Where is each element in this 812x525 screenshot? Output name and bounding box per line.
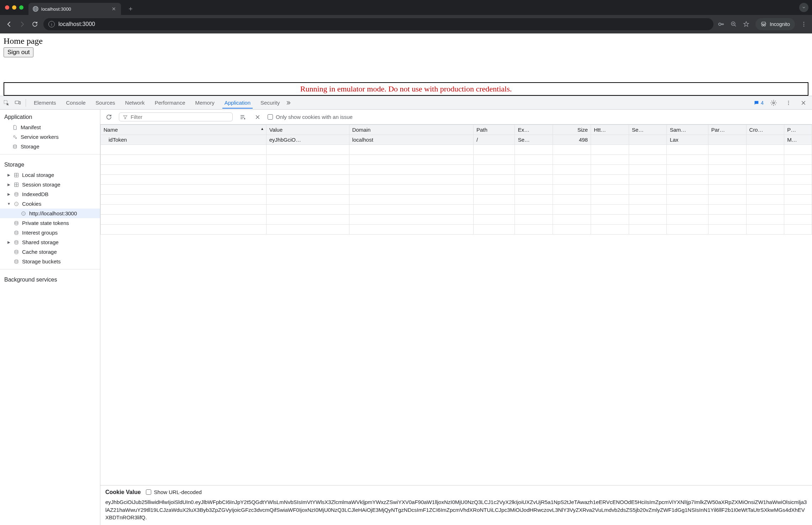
clear-filtered-icon[interactable] <box>238 112 248 122</box>
filter-input[interactable] <box>131 114 229 120</box>
cookie-value-text[interactable]: eyJhbGciOiJub25lliwidHlwIjoiSldUIn0.eyJl… <box>105 498 807 521</box>
reload-button[interactable] <box>31 20 39 28</box>
devtools-tab-elements[interactable]: Elements <box>32 97 58 109</box>
svg-point-24 <box>16 204 16 205</box>
cookie-row-empty[interactable] <box>101 145 812 155</box>
incognito-badge[interactable]: Incognito <box>755 18 795 30</box>
column-header[interactable]: Htt… <box>591 125 629 135</box>
titlebar: localhost:3000 ✕ ＋ <box>0 0 812 15</box>
site-info-icon[interactable]: i <box>48 21 55 27</box>
url-decode-toggle[interactable]: Show URL-decoded <box>146 489 202 495</box>
svg-point-3 <box>762 25 764 26</box>
devtools-close-icon[interactable] <box>798 98 808 108</box>
cookie-row-empty[interactable] <box>101 195 812 205</box>
tabs-menu-button[interactable] <box>799 3 808 12</box>
bookmark-star-icon[interactable] <box>743 21 750 28</box>
column-header[interactable]: Se… <box>629 125 667 135</box>
sidebar-item-interest-groups[interactable]: Interest groups <box>0 228 100 237</box>
minimize-window-button[interactable] <box>12 5 16 10</box>
column-header[interactable]: Size <box>553 125 591 135</box>
sidebar-item-cookies[interactable]: ▼Cookies <box>0 199 100 209</box>
cookie-row-empty[interactable] <box>101 185 812 195</box>
filter-input-wrap[interactable] <box>119 112 233 121</box>
address-bar[interactable]: i <box>43 18 713 30</box>
sidebar-item-private-state-tokens[interactable]: Private state tokens <box>0 218 100 228</box>
sidebar-item-local-storage[interactable]: ▶Local storage <box>0 170 100 180</box>
svg-point-17 <box>13 145 16 146</box>
devtools-tab-security[interactable]: Security <box>258 97 282 109</box>
devtools-tab-memory[interactable]: Memory <box>193 97 217 109</box>
password-key-icon[interactable] <box>718 21 725 28</box>
inspect-element-icon[interactable] <box>1 98 11 108</box>
more-tabs-icon[interactable] <box>283 98 293 108</box>
database-icon <box>14 259 19 264</box>
cookie-cell <box>708 135 746 145</box>
only-issues-toggle[interactable]: Only show cookies with an issue <box>268 114 353 120</box>
cookie-row-empty[interactable] <box>101 205 812 215</box>
forward-button[interactable] <box>18 20 26 28</box>
clear-all-icon[interactable] <box>253 112 263 122</box>
triangle-right-icon: ▶ <box>7 173 11 177</box>
issues-badge[interactable]: 4 <box>754 100 764 106</box>
incognito-label: Incognito <box>770 21 790 27</box>
sidebar-section-background: Background services <box>0 272 100 285</box>
devtools-tab-console[interactable]: Console <box>64 97 88 109</box>
cookie-icon <box>14 201 19 207</box>
database-icon <box>14 220 19 226</box>
browser-menu-icon[interactable] <box>801 21 807 27</box>
incognito-icon <box>760 21 767 27</box>
column-header[interactable]: Par… <box>708 125 746 135</box>
svg-point-34 <box>15 250 18 251</box>
cookies-toolbar: Only show cookies with an issue <box>100 110 812 125</box>
cookie-row-empty[interactable] <box>101 225 812 235</box>
browser-tab[interactable]: localhost:3000 ✕ <box>28 3 121 15</box>
close-window-button[interactable] <box>5 5 9 10</box>
devtools-tab-network[interactable]: Network <box>123 97 147 109</box>
svg-point-13 <box>788 102 789 103</box>
cookie-row-empty[interactable] <box>101 175 812 185</box>
column-header[interactable]: Value <box>266 125 349 135</box>
column-header[interactable]: P… <box>784 125 812 135</box>
url-input[interactable] <box>58 21 708 27</box>
maximize-window-button[interactable] <box>19 5 23 10</box>
cookie-row-empty[interactable] <box>101 155 812 165</box>
sidebar-item-manifest[interactable]: Manifest <box>0 122 100 132</box>
sidebar-item-storage-buckets[interactable]: Storage buckets <box>0 257 100 266</box>
cookie-row[interactable]: idTokeneyJhbGciO…localhost/Se…498LaxM… <box>101 135 812 145</box>
svg-point-6 <box>803 24 805 25</box>
cookies-table-wrap[interactable]: Name▲ValueDomainPathEx…SizeHtt…Se…Sam…Pa… <box>100 125 812 485</box>
cookie-row-empty[interactable] <box>101 215 812 225</box>
svg-point-23 <box>17 203 17 203</box>
device-toolbar-icon[interactable] <box>13 98 23 108</box>
svg-point-26 <box>22 211 26 215</box>
sidebar-item-cookies-origin[interactable]: http://localhost:3000 <box>0 209 100 218</box>
sidebar-item-session-storage[interactable]: ▶Session storage <box>0 180 100 189</box>
signout-button[interactable]: Sign out <box>4 47 33 57</box>
devtools-menu-icon[interactable] <box>784 98 793 108</box>
column-header[interactable]: Domain <box>349 125 473 135</box>
column-header[interactable]: Ex… <box>515 125 553 135</box>
new-tab-button[interactable]: ＋ <box>124 2 137 15</box>
devtools-tab-application[interactable]: Application <box>222 97 253 109</box>
sidebar-item-shared-storage[interactable]: ▶Shared storage <box>0 237 100 247</box>
cookie-row-empty[interactable] <box>101 165 812 175</box>
sidebar-item-cache-storage[interactable]: Cache storage <box>0 247 100 257</box>
refresh-cookies-icon[interactable] <box>104 112 114 122</box>
devtools-tab-sources[interactable]: Sources <box>94 97 117 109</box>
sidebar-item-indexeddb[interactable]: ▶IndexedDB <box>0 189 100 199</box>
column-header[interactable]: Sam… <box>667 125 708 135</box>
zoom-icon[interactable] <box>731 21 737 27</box>
column-header[interactable]: Name▲ <box>101 125 267 135</box>
triangle-right-icon: ▶ <box>7 183 11 187</box>
page-heading: Home page <box>4 36 808 46</box>
sidebar-item-service-workers[interactable]: Service workers <box>0 132 100 142</box>
sidebar-item-storage[interactable]: Storage <box>0 142 100 151</box>
close-tab-icon[interactable]: ✕ <box>111 6 117 12</box>
back-button[interactable] <box>5 20 14 28</box>
column-header[interactable]: Path <box>474 125 515 135</box>
devtools-tab-performance[interactable]: Performance <box>153 97 188 109</box>
globe-icon <box>33 6 38 12</box>
svg-point-1 <box>719 23 721 26</box>
column-header[interactable]: Cro… <box>746 125 784 135</box>
settings-gear-icon[interactable] <box>769 98 779 108</box>
